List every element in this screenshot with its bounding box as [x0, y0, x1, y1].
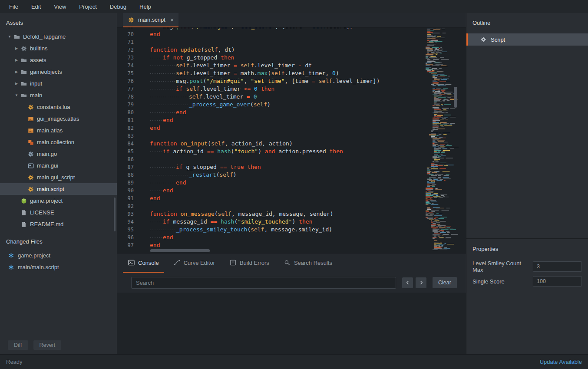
code-line-86[interactable]: 86: [117, 155, 418, 163]
level-smiley-count-max-field[interactable]: [533, 261, 582, 272]
assets-scrollbar-thumb[interactable]: [114, 198, 116, 231]
code-area[interactable]: 69msg.post("/main#gui", "set_score", {sc…: [117, 28, 418, 253]
single-score-field[interactable]: [533, 276, 582, 287]
tree-item-label: gui_images.atlas: [35, 115, 79, 122]
tab-close-icon[interactable]: ×: [170, 16, 174, 23]
code-line-79[interactable]: 79_process_game_over(self): [117, 101, 418, 109]
changed-file-game-project[interactable]: game.project: [0, 250, 117, 261]
tree-item-input[interactable]: ▶input: [0, 78, 117, 89]
editor-horizontal-scrollbar-thumb[interactable]: [150, 249, 210, 252]
tree-item-main-script[interactable]: main.script: [0, 183, 117, 195]
console-tab-build-errors[interactable]: Build Errors: [225, 254, 274, 273]
code-line-84[interactable]: 84function on_input(self, action_id, act…: [117, 140, 418, 148]
disclosure-closed-icon[interactable]: ▶: [13, 58, 20, 62]
code-line-89[interactable]: 89end: [117, 179, 418, 187]
line-number: 77: [117, 85, 142, 93]
code-line-96[interactable]: 96end: [117, 234, 418, 241]
tree-item-label: LICENSE: [28, 209, 54, 216]
tree-item-license[interactable]: LICENSE: [0, 207, 117, 218]
code-line-70[interactable]: 70end: [117, 30, 418, 38]
menu-view[interactable]: View: [47, 0, 73, 13]
tree-item-assets[interactable]: ▶assets: [0, 54, 117, 66]
menu-project[interactable]: Project: [73, 0, 103, 13]
code-editor[interactable]: 69msg.post("/main#gui", "set_score", {sc…: [117, 28, 466, 253]
line-number: 89: [117, 179, 142, 187]
tree-item-main-go[interactable]: main.go: [0, 148, 117, 160]
tree-item-main-atlas[interactable]: main.atlas: [0, 125, 117, 136]
code-line-91[interactable]: 91end: [117, 194, 418, 202]
clear-button[interactable]: Clear: [433, 277, 457, 288]
code-line-85[interactable]: 85if action_id == hash("touch") and acti…: [117, 148, 418, 155]
tree-item-gameobjects[interactable]: ▶gameobjects: [0, 66, 117, 78]
tree-item-game-project[interactable]: game.project: [0, 195, 117, 207]
code-line-72[interactable]: 72function update(self, dt): [117, 46, 418, 54]
code-line-95[interactable]: 95_process_smiley_touch(self, message.sm…: [117, 226, 418, 234]
tab-main-script[interactable]: main.script ×: [123, 13, 178, 27]
chevron-right-icon: [419, 280, 423, 285]
code-line-87[interactable]: 87if g_stopped == true then: [117, 163, 418, 171]
line-number: 79: [117, 101, 142, 109]
disclosure-closed-icon[interactable]: ▶: [13, 46, 20, 50]
indent-guide: [150, 234, 163, 241]
code-line-83[interactable]: 83: [117, 132, 418, 140]
changed-file-main-main-script[interactable]: main/main.script: [0, 261, 117, 273]
disclosure-open-icon[interactable]: ▼: [6, 35, 13, 39]
console-tab-curve-editor[interactable]: Curve Editor: [168, 254, 220, 273]
minimap[interactable]: [424, 28, 460, 253]
update-available-link[interactable]: Update Available: [540, 359, 582, 365]
console-search-input[interactable]: [131, 277, 396, 289]
indent-guide: [150, 77, 163, 85]
code-line-94[interactable]: 94if message_id == hash("smiley_touched"…: [117, 218, 418, 226]
code-line-76[interactable]: 76msg.post("/main#gui", "set_time", {tim…: [117, 77, 418, 85]
diff-button[interactable]: Diff: [8, 340, 28, 350]
changed-asterisk-icon: [7, 253, 15, 258]
code-line-77[interactable]: 77if self.level_timer <= 0 then: [117, 85, 418, 93]
code-line-78[interactable]: 78self.level_timer = 0: [117, 93, 418, 101]
revert-button[interactable]: Revert: [33, 340, 62, 350]
code-line-82[interactable]: 82end: [117, 124, 418, 132]
collection-icon: [27, 139, 35, 145]
code-line-88[interactable]: 88_restart(self): [117, 171, 418, 179]
code-line-92[interactable]: 92: [117, 202, 418, 210]
console-tab-console[interactable]: Console: [123, 254, 164, 273]
console-output[interactable]: [117, 293, 466, 354]
menu-debug[interactable]: Debug: [103, 0, 133, 13]
code-line-75[interactable]: 75self.level_timer = math.max(self.level…: [117, 69, 418, 77]
code-line-73[interactable]: 73if not g_stopped then: [117, 54, 418, 62]
line-number: 75: [117, 69, 142, 77]
tree-item-main-gui-script[interactable]: main.gui_script: [0, 171, 117, 183]
code-line-71[interactable]: 71: [117, 38, 418, 46]
outline-item-script[interactable]: Script: [466, 33, 588, 46]
code-line-74[interactable]: 74self.level_timer = self.level_timer - …: [117, 62, 418, 69]
tree-item-defold-tapgame[interactable]: ▼Defold_Tapgame: [0, 31, 117, 43]
indent-guide: [150, 93, 163, 101]
disclosure-closed-icon[interactable]: ▶: [13, 82, 20, 86]
editor-vertical-scrollbar-thumb[interactable]: [454, 87, 457, 108]
tree-item-constants-lua[interactable]: constants.lua: [0, 101, 117, 113]
tree-item-label: constants.lua: [35, 104, 70, 110]
menu-file[interactable]: File: [3, 0, 25, 13]
menu-help[interactable]: Help: [133, 0, 158, 13]
console-tab-search-results[interactable]: Search Results: [279, 254, 337, 273]
atlas-icon: [27, 116, 35, 122]
editor-column: main.script × 69msg.post("/main#gui", "s…: [117, 13, 466, 354]
tree-item-main[interactable]: ▼main: [0, 89, 117, 101]
search-next-button[interactable]: [416, 277, 426, 288]
code-line-80[interactable]: 80end: [117, 109, 418, 116]
tree-item-main-gui[interactable]: main.gui: [0, 160, 117, 171]
code-line-93[interactable]: 93function on_message(self, message_id, …: [117, 210, 418, 218]
defold-editor-window: FileEditViewProjectDebugHelp Assets ▼Def…: [0, 0, 588, 369]
search-prev-button[interactable]: [402, 277, 413, 288]
disclosure-closed-icon[interactable]: ▶: [13, 70, 20, 74]
tree-item-readme-md[interactable]: README.md: [0, 218, 117, 230]
tree-item-builtins[interactable]: ▶builtins: [0, 43, 117, 54]
menu-edit[interactable]: Edit: [25, 0, 47, 13]
tree-item-gui-images-atlas[interactable]: gui_images.atlas: [0, 113, 117, 125]
tree-item-main-collection[interactable]: main.collection: [0, 136, 117, 148]
code-line-97[interactable]: 97end: [117, 241, 418, 249]
disclosure-open-icon[interactable]: ▼: [13, 93, 20, 97]
folder-icon: [13, 34, 21, 40]
line-number: 80: [117, 109, 142, 116]
code-line-81[interactable]: 81end: [117, 116, 418, 124]
code-line-90[interactable]: 90end: [117, 187, 418, 194]
